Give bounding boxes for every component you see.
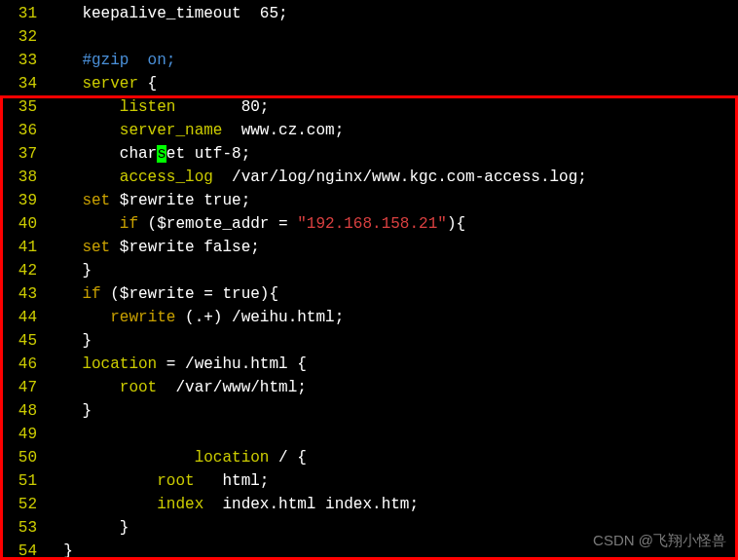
line-number: 31 [0, 2, 45, 25]
line-number: 33 [0, 49, 45, 72]
code-token: = /weihu.html { [157, 355, 307, 373]
line-content[interactable]: access_log /var/log/nginx/www.kgc.com-ac… [45, 166, 587, 189]
code-line[interactable]: 40 if ($remote_addr = "192.168.158.21"){ [0, 212, 738, 236]
line-content[interactable]: set $rewrite false; [45, 236, 260, 259]
code-line[interactable]: 38 access_log /var/log/nginx/www.kgc.com… [0, 166, 738, 189]
code-line[interactable]: 47 root /var/www/html; [0, 376, 738, 399]
line-content[interactable]: index index.html index.htm; [45, 493, 419, 516]
line-number: 52 [0, 493, 45, 516]
code-token: 65 [260, 5, 278, 22]
line-content[interactable]: location = /weihu.html { [45, 353, 307, 376]
line-content[interactable]: rewrite (.+) /weihu.html; [45, 306, 344, 329]
code-token: s [157, 145, 166, 163]
code-line[interactable]: 51 root html; [0, 469, 738, 493]
line-number: 35 [0, 95, 45, 119]
line-number: 43 [0, 282, 45, 306]
code-token: /var/www/html; [157, 379, 307, 396]
code-token: root [157, 472, 194, 490]
code-line[interactable]: 52 index index.html index.htm; [0, 493, 738, 516]
line-number: 34 [0, 72, 45, 95]
code-token [45, 215, 120, 233]
line-number: 53 [0, 516, 45, 540]
code-token: / { [269, 449, 306, 467]
line-content[interactable]: root html; [45, 469, 269, 493]
line-content[interactable]: keepalive_timeout 65; [45, 2, 288, 25]
code-line[interactable]: 49 [0, 423, 738, 446]
code-token [45, 192, 82, 209]
code-token [45, 168, 120, 186]
code-token: index [157, 496, 203, 513]
code-line[interactable]: 37 charset utf-8; [0, 142, 738, 166]
code-token [45, 379, 120, 396]
code-line[interactable]: 33 #gzip on; [0, 49, 738, 72]
code-line[interactable]: 50 location / { [0, 446, 738, 469]
code-line[interactable]: 43 if ($rewrite = true){ [0, 282, 738, 306]
code-token: } [45, 542, 73, 560]
line-content[interactable]: #gzip on; [45, 49, 175, 72]
line-content[interactable]: } [45, 399, 92, 423]
code-token: keepalive_timeout [45, 5, 260, 22]
code-token: $rewrite true; [110, 192, 250, 209]
line-content[interactable]: charset utf-8; [45, 142, 250, 166]
line-number: 36 [0, 119, 45, 142]
line-number: 48 [0, 399, 45, 423]
code-line[interactable]: 45 } [0, 329, 738, 353]
code-token: ; [278, 5, 288, 22]
line-number: 42 [0, 259, 45, 282]
code-editor[interactable]: 31 keepalive_timeout 65;3233 #gzip on;34… [0, 0, 738, 560]
line-content[interactable]: if ($remote_addr = "192.168.158.21"){ [45, 212, 465, 236]
code-token: server [82, 75, 138, 93]
code-token [45, 496, 157, 513]
line-content[interactable]: } [45, 259, 92, 282]
line-content[interactable]: root /var/www/html; [45, 376, 307, 399]
code-line[interactable]: 34 server { [0, 72, 738, 95]
line-content[interactable]: } [45, 540, 73, 560]
code-token: /var/log/nginx/www.kgc.com-access.log; [213, 168, 587, 186]
code-line[interactable]: 36 server_name www.cz.com; [0, 119, 738, 142]
code-token: et utf-8; [166, 145, 250, 163]
code-line[interactable]: 46 location = /weihu.html { [0, 353, 738, 376]
code-token: set [82, 239, 110, 256]
code-token [45, 75, 82, 93]
code-token: www.cz.com; [222, 122, 344, 139]
line-content[interactable]: set $rewrite true; [45, 189, 250, 212]
code-line[interactable]: 53 } [0, 516, 738, 540]
code-token: } [45, 332, 92, 350]
code-token: if [82, 285, 100, 303]
code-line[interactable]: 35 listen 80; [0, 95, 738, 119]
line-number: 32 [0, 25, 45, 49]
code-line[interactable]: 39 set $rewrite true; [0, 189, 738, 212]
code-token: #gzip on; [82, 52, 175, 69]
code-token: ($remote_addr = [138, 215, 297, 233]
line-number: 40 [0, 212, 45, 236]
code-token: char [45, 145, 157, 163]
line-number: 47 [0, 376, 45, 399]
code-token: } [45, 519, 129, 537]
code-line[interactable]: 32 [0, 25, 738, 49]
code-token: if [120, 215, 138, 233]
code-token: ($rewrite = true){ [101, 285, 278, 303]
line-content[interactable]: } [45, 516, 129, 540]
code-line[interactable]: 41 set $rewrite false; [0, 236, 738, 259]
code-line[interactable]: 44 rewrite (.+) /weihu.html; [0, 306, 738, 329]
code-token: } [45, 402, 92, 420]
code-token: (.+) /weihu.html; [175, 309, 344, 326]
line-content[interactable]: listen 80; [45, 95, 269, 119]
line-content[interactable]: server { [45, 72, 157, 95]
code-line[interactable]: 54 } [0, 540, 738, 560]
code-token: $rewrite false; [110, 239, 260, 256]
line-content[interactable]: if ($rewrite = true){ [45, 282, 278, 306]
line-number: 44 [0, 306, 45, 329]
code-line[interactable]: 31 keepalive_timeout 65; [0, 2, 738, 25]
code-line[interactable]: 48 } [0, 399, 738, 423]
line-number: 46 [0, 353, 45, 376]
line-content[interactable]: } [45, 329, 92, 353]
code-token: index.html index.htm; [203, 496, 419, 513]
line-content[interactable]: location / { [45, 446, 307, 469]
code-line[interactable]: 42 } [0, 259, 738, 282]
line-number: 51 [0, 469, 45, 493]
line-content[interactable]: server_name www.cz.com; [45, 119, 344, 142]
code-token: location [195, 449, 270, 467]
code-token: "192.168.158.21" [297, 215, 447, 233]
line-number: 49 [0, 423, 45, 446]
